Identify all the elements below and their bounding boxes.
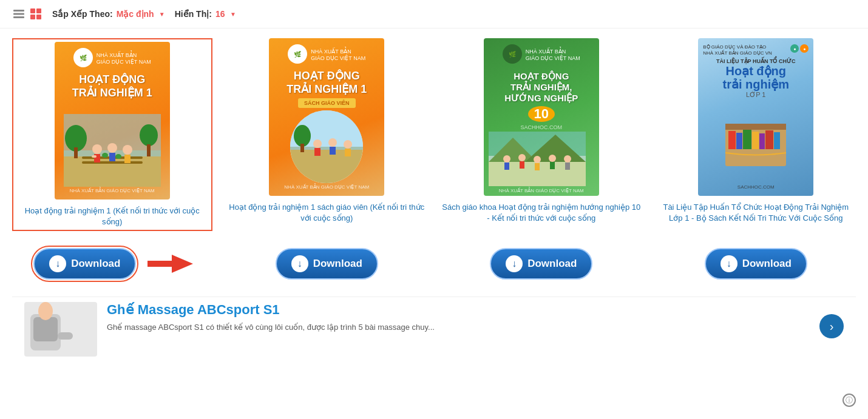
svg-rect-39 bbox=[504, 163, 509, 170]
sgv-badge-2: SÁCH GIÁO VIÊN bbox=[298, 98, 356, 108]
dl-icon-2: ↓ bbox=[291, 255, 308, 272]
svg-point-32 bbox=[344, 140, 352, 149]
book-card-2: 🌿 NHÀ XUẤT BẢNGIÁO DỤC VIỆT NAM HOẠT ĐỘN… bbox=[227, 38, 427, 231]
ad-image bbox=[24, 302, 97, 357]
list-view-icon[interactable] bbox=[12, 7, 25, 21]
svg-marker-57 bbox=[147, 255, 193, 273]
book-grid: 🌿 NHÀ XUẤT BẢNGIÁO DỤC VIỆT NAM HOẠT ĐỘN… bbox=[12, 38, 856, 231]
main-content: 🌿 NHÀ XUẤT BẢNGIÁO DỤC VIỆT NAM HOẠT ĐỘN… bbox=[0, 28, 868, 371]
svg-rect-50 bbox=[728, 131, 736, 149]
svg-point-23 bbox=[115, 154, 121, 159]
svg-rect-49 bbox=[725, 124, 786, 130]
book-desc-2[interactable]: Hoạt động trải nghiệm 1 sách giáo viên (… bbox=[227, 202, 427, 224]
num-badge-3: 10 bbox=[528, 106, 555, 122]
ad-desc: Ghế massage ABCsport S1 có thiết kế vô c… bbox=[107, 321, 810, 334]
ad-next-btn[interactable]: › bbox=[819, 314, 844, 338]
svg-rect-0 bbox=[13, 10, 24, 12]
ad-content: Ghế Massage ABCsport S1 Ghế massage ABCs… bbox=[107, 302, 810, 334]
book-title-cover-4: Hoạt độngtrải nghiệm bbox=[722, 64, 789, 91]
dl-icon-1: ↓ bbox=[49, 255, 66, 272]
book-cover-wrap-3: 🌿 NHÀ XUẤT BẢNGIÁO DỤC VIỆT NAM HOẠT ĐỘN… bbox=[441, 38, 642, 196]
download-btn-4[interactable]: ↓ Download bbox=[705, 248, 807, 280]
book-title-cover-1: HOẠT ĐỘNGTRẢI NGHIỆM 1 bbox=[72, 73, 152, 99]
first-dl-border: ↓ Download bbox=[31, 246, 138, 282]
svg-rect-41 bbox=[520, 161, 524, 169]
download-btn-1[interactable]: ↓ Download bbox=[33, 248, 136, 280]
download-btn-3[interactable]: ↓ Download bbox=[490, 248, 592, 280]
ad-section: Ghế Massage ABCsport S1 Ghế massage ABCs… bbox=[12, 297, 856, 361]
svg-rect-45 bbox=[550, 162, 555, 169]
svg-rect-21 bbox=[124, 155, 131, 163]
book-logo-3: 🌿 bbox=[503, 44, 522, 64]
svg-point-22 bbox=[102, 153, 108, 158]
ad-next-icon: › bbox=[830, 320, 834, 334]
download-btn-wrap-4: ↓ Download bbox=[656, 248, 856, 280]
svg-point-40 bbox=[518, 154, 526, 161]
book-cover-3[interactable]: 🌿 NHÀ XUẤT BẢNGIÁO DỤC VIỆT NAM HOẠT ĐỘN… bbox=[484, 38, 599, 196]
svg-rect-43 bbox=[535, 163, 540, 170]
svg-rect-2 bbox=[13, 16, 24, 18]
book-grade-4: LỚP 1 bbox=[746, 91, 765, 99]
sort-select[interactable]: Mặc định Mới nhất Cũ nhất A-Z bbox=[117, 9, 165, 19]
svg-point-46 bbox=[564, 155, 571, 163]
dl-label-1: Download bbox=[71, 258, 120, 270]
book-card-1: 🌿 NHÀ XUẤT BẢNGIÁO DỤC VIỆT NAM HOẠT ĐỘN… bbox=[12, 38, 212, 231]
view-icons bbox=[12, 7, 42, 21]
svg-point-15 bbox=[92, 144, 102, 154]
dl-label-2: Download bbox=[313, 258, 362, 270]
book-desc-1[interactable]: Hoạt động trải nghiệm 1 (Kết nối tri thứ… bbox=[16, 206, 209, 227]
book-footer-3: NHÀ XUẤT BẢN GIÁO DỤC VIỆT NAM bbox=[499, 188, 584, 193]
book-inner-3: 🌿 NHÀ XUẤT BẢNGIÁO DỤC VIỆT NAM HOẠT ĐỘN… bbox=[484, 38, 599, 196]
show-select-wrap[interactable]: 8 12 16 24 32 bbox=[215, 9, 236, 19]
svg-rect-6 bbox=[36, 15, 41, 19]
svg-point-42 bbox=[534, 156, 541, 163]
svg-point-20 bbox=[123, 145, 132, 155]
book-title-cover-3: HOẠT ĐỘNGTRẢI NGHIỆM,HƯỚNG NGHIỆP bbox=[504, 71, 578, 104]
dl-label-3: Download bbox=[527, 258, 577, 270]
book-subtitle-4: TÀI LIỆU TẬP HUẤN TỔ CHỨC bbox=[716, 58, 795, 64]
show-select[interactable]: 8 12 16 24 32 bbox=[215, 9, 236, 19]
download-btn-2[interactable]: ↓ Download bbox=[276, 248, 378, 280]
grid-view-icon[interactable] bbox=[29, 7, 42, 21]
book-cover-wrap-4: BỘ GIÁO DỤC VÀ ĐÀO TẠONHÀ XUẤT BẢN GIÁO … bbox=[656, 38, 856, 196]
book-publisher-2: NHÀ XUẤT BẢNGIÁO DỤC VIỆT NAM bbox=[311, 49, 365, 62]
svg-rect-14 bbox=[82, 161, 143, 164]
svg-rect-51 bbox=[736, 133, 742, 149]
book-desc-4[interactable]: Tài Liệu Tập Huấn Tổ Chức Hoạt Động Trải… bbox=[656, 202, 856, 224]
sort-select-wrap[interactable]: Mặc định Mới nhất Cũ nhất A-Z bbox=[117, 9, 165, 19]
svg-rect-5 bbox=[30, 15, 35, 19]
dl-arrow-1: ↓ bbox=[55, 259, 60, 269]
book-card-3: 🌿 NHÀ XUẤT BẢNGIÁO DỤC VIỆT NAM HOẠT ĐỘN… bbox=[441, 38, 642, 231]
svg-rect-59 bbox=[33, 317, 58, 341]
svg-point-44 bbox=[549, 155, 556, 162]
svg-rect-10 bbox=[74, 147, 78, 158]
svg-rect-3 bbox=[30, 8, 35, 13]
svg-point-60 bbox=[38, 302, 53, 320]
book-inner-2: 🌿 NHÀ XUẤT BẢNGIÁO DỤC VIỆT NAM HOẠT ĐỘN… bbox=[269, 38, 384, 196]
book-desc-3[interactable]: Sách giáo khoa Hoạt động trải nghiệm hướ… bbox=[441, 202, 642, 224]
svg-point-26 bbox=[294, 125, 311, 147]
svg-rect-1 bbox=[13, 13, 24, 15]
book-cover-2[interactable]: 🌿 NHÀ XUẤT BẢNGIÁO DỤC VIỆT NAM HOẠT ĐỘN… bbox=[269, 38, 384, 196]
book-publisher-3: NHÀ XUẤT BẢNGIÁO DỤC VIỆT NAM bbox=[526, 49, 580, 62]
book-cover-1[interactable]: 🌿 NHÀ XUẤT BẢNGIÁO DỤC VIỆT NAM HOẠT ĐỘN… bbox=[55, 42, 170, 199]
show-section: Hiển Thị: 8 12 16 24 32 bbox=[175, 9, 236, 19]
book-cover-wrap-1: 🌿 NHÀ XUẤT BẢNGIÁO DỤC VIỆT NAM HOẠT ĐỘN… bbox=[16, 42, 209, 199]
arrow-indicator bbox=[144, 252, 193, 276]
sort-label: Sắp Xếp Theo: bbox=[52, 9, 113, 19]
ad-title[interactable]: Ghế Massage ABCsport S1 bbox=[107, 302, 810, 318]
svg-point-11 bbox=[140, 124, 158, 146]
svg-rect-4 bbox=[36, 8, 41, 13]
svg-point-30 bbox=[328, 138, 337, 147]
svg-rect-29 bbox=[314, 148, 320, 156]
svg-rect-12 bbox=[147, 144, 151, 156]
watermark-4: SACHHOC.COM bbox=[737, 184, 775, 190]
svg-rect-54 bbox=[759, 133, 765, 149]
book-cover-4[interactable]: BỘ GIÁO DỤC VÀ ĐÀO TẠONHÀ XUẤT BẢN GIÁO … bbox=[698, 38, 813, 196]
book-inner-4: BỘ GIÁO DỤC VÀ ĐÀO TẠONHÀ XUẤT BẢN GIÁO … bbox=[698, 38, 813, 196]
dl-label-4: Download bbox=[742, 258, 792, 270]
svg-rect-56 bbox=[774, 132, 780, 149]
dl-arrow-2: ↓ bbox=[297, 259, 302, 269]
svg-point-18 bbox=[107, 143, 117, 153]
dl-icon-3: ↓ bbox=[506, 255, 523, 272]
